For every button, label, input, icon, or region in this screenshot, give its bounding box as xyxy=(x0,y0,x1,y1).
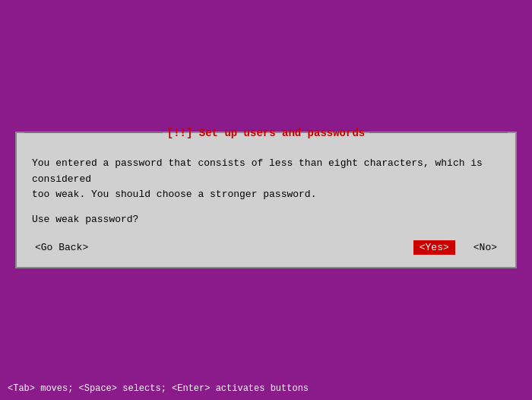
dialog-box: [!!] Set up users and passwords You ente… xyxy=(15,132,517,268)
status-bar: <Tab> moves; <Space> selects; <Enter> ac… xyxy=(0,382,532,394)
title-line-left xyxy=(24,132,163,133)
message-text: You entered a password that consists of … xyxy=(32,156,500,203)
btn-group-right: <Yes> <No> xyxy=(413,240,500,255)
message-line1: You entered a password that consists of … xyxy=(32,157,483,185)
dialog-body: You entered a password that consists of … xyxy=(17,141,515,267)
yes-button[interactable]: <Yes> xyxy=(413,240,455,255)
message-line2: too weak. You should choose a stronger p… xyxy=(32,189,316,200)
question-text: Use weak password? xyxy=(32,214,500,225)
title-bar: [!!] Set up users and passwords xyxy=(17,127,515,139)
buttons-row: <Go Back> <Yes> <No> xyxy=(32,240,500,255)
go-back-button[interactable]: <Go Back> xyxy=(32,240,91,255)
status-text: <Tab> moves; <Space> selects; <Enter> ac… xyxy=(8,383,309,394)
no-button[interactable]: <No> xyxy=(470,240,500,255)
dialog-title: [!!] Set up users and passwords xyxy=(163,127,369,139)
title-line-right xyxy=(369,132,508,133)
